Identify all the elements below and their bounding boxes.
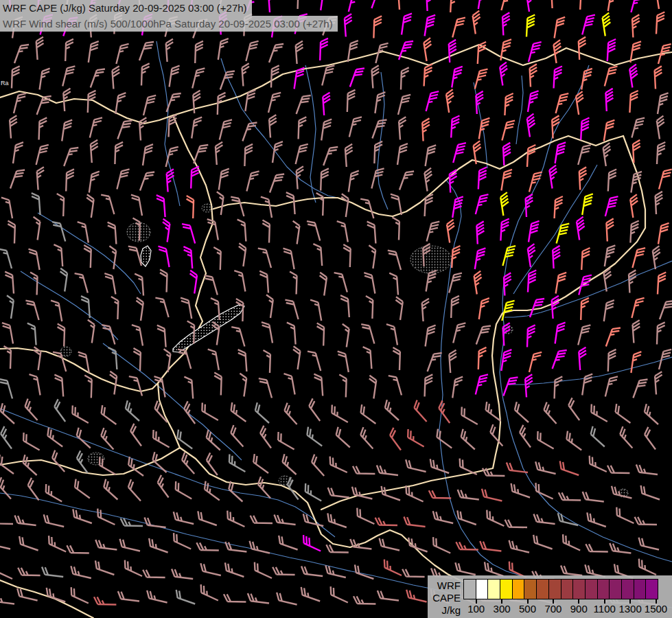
legend-cell — [476, 579, 489, 599]
legend-color-bar — [463, 579, 669, 599]
legend-ticks: 100300500700900110013001500 — [463, 599, 669, 616]
legend-cell — [634, 579, 647, 599]
legend-cell — [512, 579, 525, 599]
legend-cell — [572, 579, 586, 599]
legend-tick-label: 900 — [570, 603, 588, 615]
legend-cell — [597, 579, 610, 599]
cape-legend: WRF CAPE J/kg 10030050070090011001300150… — [428, 575, 672, 618]
legend-variable-label: CAPE — [430, 592, 461, 604]
city-area — [202, 204, 213, 212]
legend-cell — [548, 579, 561, 599]
place-label: Ra — [1, 80, 9, 87]
legend-tick-label: 700 — [544, 603, 561, 615]
legend-bar: 100300500700900110013001500 — [463, 579, 669, 617]
legend-cell — [561, 579, 574, 599]
legend-cell — [463, 579, 476, 599]
legend-cell — [645, 579, 658, 599]
legend-labels: WRF CAPE J/kg — [430, 580, 461, 617]
legend-tick-label: 500 — [519, 603, 536, 615]
legend-cell — [609, 579, 622, 599]
legend-cell — [585, 579, 598, 599]
city-area — [410, 246, 452, 273]
map-background — [0, 0, 672, 618]
legend-tick-label: 300 — [494, 603, 511, 615]
legend-tick-label: 1300 — [618, 603, 641, 615]
legend-tick-label: 1100 — [594, 603, 616, 615]
legend-cell — [536, 579, 549, 599]
legend-tick-label: 100 — [467, 603, 485, 615]
legend-tick-label: 1500 — [645, 603, 667, 615]
legend-cell — [500, 579, 513, 599]
map-canvas: Ra — [0, 0, 672, 618]
legend-cell — [621, 579, 634, 599]
title-line-2: WRF Wind shear (m/s) 500/1000hPa Saturda… — [0, 16, 338, 32]
legend-model-label: WRF — [430, 580, 461, 592]
weather-map-screenshot: Ra WRF CAPE (J/kg) Saturday 20-09-2025 0… — [0, 0, 672, 618]
title-line-1: WRF CAPE (J/kg) Saturday 20-09-2025 03:0… — [0, 0, 252, 16]
legend-cell — [524, 579, 537, 599]
legend-cell — [487, 579, 500, 599]
legend-units-label: J/kg — [430, 604, 461, 617]
